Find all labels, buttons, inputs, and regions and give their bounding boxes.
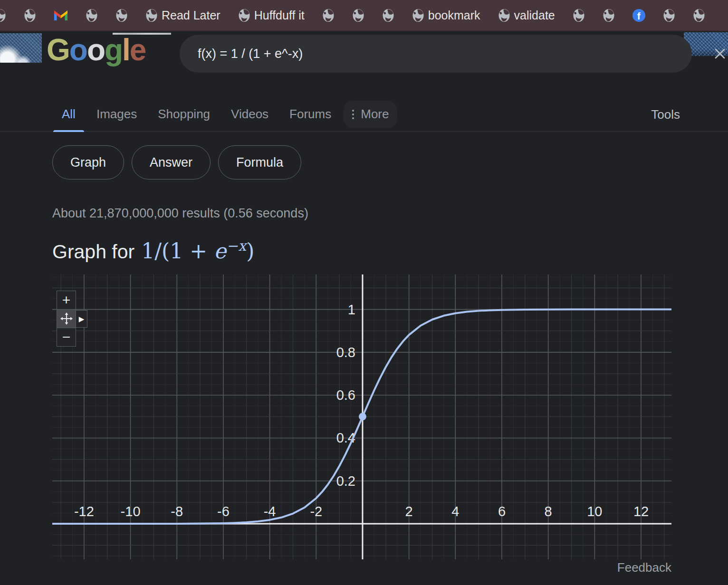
logo-letter: l xyxy=(122,33,130,67)
tab-label: Forums xyxy=(289,107,331,122)
bookmark-label: bookmark xyxy=(428,9,480,22)
bookmark-item[interactable]: validate xyxy=(498,9,555,22)
bookmark-item[interactable] xyxy=(86,9,98,22)
globe-icon xyxy=(145,9,158,22)
chip-graph[interactable]: Graph xyxy=(52,145,124,179)
zoom-in-button[interactable]: + xyxy=(57,291,76,310)
tab-forums[interactable]: Forums xyxy=(281,97,340,132)
tools-button[interactable]: Tools xyxy=(651,97,680,132)
facebook-icon: f xyxy=(632,9,645,22)
bookmark-label: Read Later xyxy=(162,9,220,22)
bookmark-item[interactable] xyxy=(663,9,675,22)
globe-icon xyxy=(663,9,675,22)
y-tick-label: 0.6 xyxy=(336,387,355,403)
globe-icon xyxy=(573,9,585,22)
globe-icon xyxy=(322,9,335,22)
bookmark-item[interactable] xyxy=(0,9,6,22)
tab-label: All xyxy=(62,107,76,122)
globe-icon xyxy=(693,9,705,22)
feedback-link[interactable]: Feedback xyxy=(617,560,671,575)
function-graph: -12-10-8-6-4-2246810120.20.40.60.81 xyxy=(52,274,671,559)
graph-heading: Graph for 1/(1 + e−x) xyxy=(52,237,254,263)
tab-shopping[interactable]: Shopping xyxy=(149,97,219,132)
bookmark-item[interactable] xyxy=(382,9,394,22)
zoom-out-button[interactable]: − xyxy=(57,328,76,347)
x-tick-label: 4 xyxy=(451,504,459,519)
formula-pre: 1/(1 + xyxy=(141,239,214,263)
chip-answer[interactable]: Answer xyxy=(132,145,211,179)
y-tick-label: 1 xyxy=(348,302,355,317)
bookmark-item[interactable]: Read Later xyxy=(145,9,220,22)
globe-icon xyxy=(382,9,394,22)
graph-heading-prefix: Graph for xyxy=(52,241,134,263)
tab-images[interactable]: Images xyxy=(88,97,145,132)
logo-letter: g xyxy=(105,33,122,67)
bookmark-item[interactable] xyxy=(693,9,705,22)
tab-all[interactable]: All xyxy=(53,97,84,132)
graph-plot-area[interactable]: -12-10-8-6-4-2246810120.20.40.60.81 + − … xyxy=(52,274,671,559)
result-stats: About 21,870,000,000 results (0.56 secon… xyxy=(52,206,308,221)
x-tick-label: 12 xyxy=(633,504,649,519)
bookmark-item[interactable] xyxy=(573,9,585,22)
pan-move-icon xyxy=(60,312,73,325)
bookmark-label: Huffduff it xyxy=(254,9,305,22)
bookmark-item[interactable] xyxy=(24,9,36,22)
y-tick-label: 0.8 xyxy=(336,345,355,360)
graph-heading-formula[interactable]: 1/(1 + e−x) xyxy=(141,237,254,263)
bookmark-item[interactable] xyxy=(54,9,68,21)
gmail-icon xyxy=(54,9,68,21)
refinement-chips: GraphAnswerFormula xyxy=(52,145,301,179)
logo-letter: o xyxy=(69,33,87,67)
x-tick-label: -4 xyxy=(264,504,276,519)
globe-icon xyxy=(352,9,364,22)
formula-exponent: −x xyxy=(226,237,246,254)
bookmark-item[interactable]: bookmark xyxy=(412,9,480,22)
doodle-image-fragment-left xyxy=(0,33,42,63)
bookmark-item[interactable] xyxy=(115,9,128,22)
logo-letter: G xyxy=(47,33,69,67)
tab-more[interactable]: More xyxy=(344,101,397,128)
globe-icon xyxy=(603,9,615,22)
midpoint-marker xyxy=(359,413,366,420)
globe-icon xyxy=(0,9,6,22)
search-input[interactable]: f(x) = 1 / (1 + e^-x) xyxy=(198,35,303,73)
bookmark-item[interactable] xyxy=(352,9,364,22)
x-tick-label: -6 xyxy=(217,504,230,519)
formula-close: ) xyxy=(246,239,254,263)
google-logo[interactable]: Google xyxy=(47,34,145,68)
x-tick-label: 2 xyxy=(405,504,413,519)
globe-icon xyxy=(498,9,510,22)
tab-label: More xyxy=(361,107,389,122)
globe-icon xyxy=(115,9,128,22)
logo-letter: e xyxy=(130,33,146,67)
bookmark-label: validate xyxy=(514,9,555,22)
globe-icon xyxy=(412,9,424,22)
search-bar[interactable]: f(x) = 1 / (1 + e^-x) xyxy=(180,35,692,73)
x-tick-label: 8 xyxy=(545,504,552,519)
x-tick-label: -12 xyxy=(74,504,94,519)
chip-formula[interactable]: Formula xyxy=(218,145,301,179)
globe-icon xyxy=(24,9,36,22)
more-dots-icon xyxy=(352,110,354,119)
result-type-tabs: AllImagesShoppingVideosForumsMore xyxy=(0,97,728,132)
bookmark-item[interactable]: Huffduff it xyxy=(238,9,305,22)
tab-label: Shopping xyxy=(158,107,210,122)
tab-label: Images xyxy=(96,107,137,122)
globe-icon xyxy=(238,9,250,22)
clear-search-icon[interactable] xyxy=(713,47,727,61)
bookmark-item[interactable] xyxy=(603,9,615,22)
y-tick-label: 0.2 xyxy=(336,473,355,489)
x-tick-label: 6 xyxy=(498,504,506,519)
x-tick-label: -8 xyxy=(171,504,183,519)
x-tick-label: -2 xyxy=(310,504,322,519)
pan-button[interactable] xyxy=(57,309,76,328)
bookmark-item[interactable] xyxy=(322,9,335,22)
x-tick-label: 10 xyxy=(587,504,602,519)
formula-base: e xyxy=(214,239,226,263)
x-tick-label: -10 xyxy=(121,504,141,519)
expand-controls-button[interactable]: ▶ xyxy=(76,310,87,328)
bookmarks-bar: Read LaterHuffduff itbookmarkvalidatef xyxy=(0,0,728,31)
logo-letter: o xyxy=(87,33,105,67)
bookmark-item[interactable]: f xyxy=(632,9,645,22)
tab-videos[interactable]: Videos xyxy=(222,97,277,132)
